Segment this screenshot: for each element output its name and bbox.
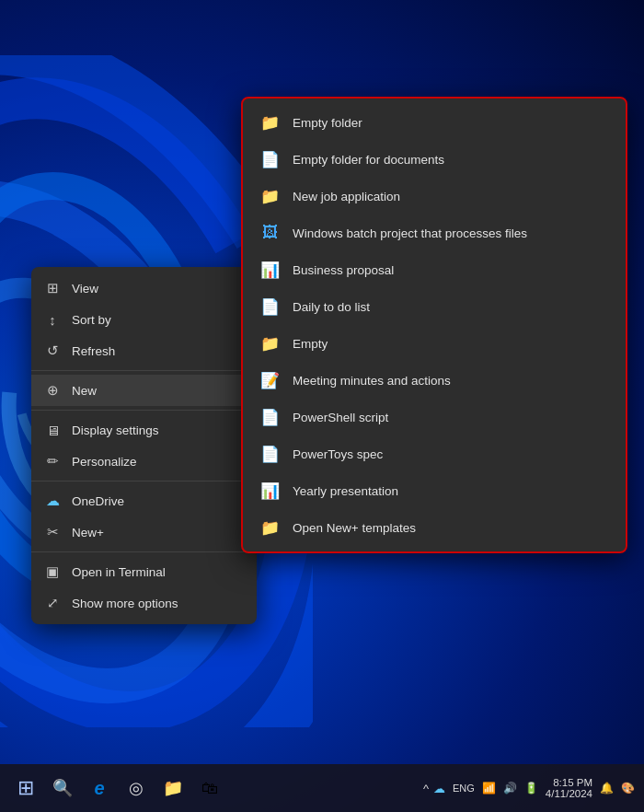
submenu-empty-folder-docs-label: Empty folder for documents [293,153,444,167]
submenu-item-open-newplus-templates[interactable]: 📁 Open New+ templates [243,509,626,546]
submenu-powertoys-label: PowerToys spec [293,447,383,461]
submenu-item-powertoys[interactable]: 📄 PowerToys spec [243,435,626,472]
search-button[interactable]: 🔍 [46,771,79,805]
refresh-icon: ↺ [44,342,61,359]
menu-item-new[interactable]: ⊕ New › [31,375,257,406]
menu-display-label: Display settings [72,423,159,437]
system-clock[interactable]: 8:15 PM 4/11/2024 [546,777,592,799]
meeting-icon: 📝 [259,370,280,390]
explorer-icon: 📁 [163,778,183,798]
submenu-item-powershell[interactable]: 📄 PowerShell script [243,399,626,435]
github-button[interactable]: ◎ [120,771,153,805]
search-icon: 🔍 [52,778,73,798]
submenu-meeting-label: Meeting minutes and actions [293,374,451,388]
edge-button[interactable]: e [83,771,116,805]
view-icon: ⊞ [44,280,61,296]
date-display: 4/11/2024 [546,788,592,799]
submenu-empty-folder-label: Empty folder [293,116,362,130]
menu-view-label: View [72,282,98,296]
submenu-item-daily-todo[interactable]: 📄 Daily to do list [243,288,626,325]
menu-onedrive-label: OneDrive [72,494,124,508]
color-picker-icon[interactable]: 🎨 [621,782,635,795]
separator-4 [31,551,257,552]
submenu-templates-label: Open New+ templates [293,521,416,535]
menu-showmore-label: Show more options [72,597,178,610]
newplus-icon: ✂ [44,524,61,540]
separator-1 [31,370,257,371]
display-icon: 🖥 [44,422,61,438]
new-icon: ⊕ [44,382,61,399]
submenu-empty-label: Empty [293,337,328,351]
submenu-item-new-job-application[interactable]: 📁 New job application [243,178,626,215]
submenu-item-meeting-minutes[interactable]: 📝 Meeting minutes and actions [243,362,626,399]
submenu-item-empty-folder-docs[interactable]: 📄 Empty folder for documents [243,141,626,178]
menu-item-newplus[interactable]: ✂ New+ › [31,516,257,548]
new-submenu: 📁 Empty folder 📄 Empty folder for docume… [241,97,627,553]
job-folder-icon: 📁 [259,186,280,206]
folder-icon: 📁 [259,112,280,133]
store-button[interactable]: 🛍 [193,771,226,805]
submenu-job-label: New job application [293,190,400,203]
start-icon: ⊞ [17,776,34,800]
submenu-todo-label: Daily to do list [293,300,370,314]
menu-item-sort-by[interactable]: ↕ Sort by › [31,304,257,335]
submenu-item-windows-batch[interactable]: 🖼 Windows batch project that processes f… [243,215,626,251]
taskbar-icons: ⊞ 🔍 e ◎ 📁 🛍 [9,771,226,805]
notification-bell-icon[interactable]: 🔔 [600,782,614,795]
menu-personalize-label: Personalize [72,455,137,469]
powershell-icon: 📄 [259,407,280,427]
submenu-item-yearly-presentation[interactable]: 📊 Yearly presentation [243,472,626,509]
menu-terminal-label: Open in Terminal [72,565,166,579]
submenu-yearly-label: Yearly presentation [293,484,398,498]
menu-sortby-label: Sort by [72,313,111,327]
chevron-icon[interactable]: ^ [423,782,429,795]
store-icon: 🛍 [201,779,218,798]
doc-folder-icon: 📄 [259,149,280,169]
explorer-button[interactable]: 📁 [156,771,190,805]
menu-item-view[interactable]: ⊞ View › [31,273,257,304]
submenu-proposal-label: Business proposal [293,263,394,277]
menu-newplus-label: New+ [72,526,104,539]
batch-icon: 🖼 [259,223,280,243]
desktop: ⊞ View › ↕ Sort by › ↺ Refresh ⊕ New › 🖥… [0,0,644,812]
github-icon: ◎ [129,778,144,798]
separator-2 [31,410,257,411]
volume-icon[interactable]: 🔊 [503,782,517,795]
separator-3 [31,481,257,481]
menu-refresh-label: Refresh [72,344,115,358]
menu-new-label: New [72,384,97,398]
cloud-icon[interactable]: ☁ [433,782,445,795]
menu-item-onedrive[interactable]: ☁ OneDrive › [31,485,257,516]
submenu-powershell-label: PowerShell script [293,411,388,424]
empty-icon: 📁 [259,333,280,354]
time-display: 8:15 PM [553,777,592,788]
menu-item-open-terminal[interactable]: ▣ Open in Terminal [31,556,257,587]
sort-icon: ↕ [44,311,61,328]
proposal-icon: 📊 [259,260,280,280]
menu-item-show-more[interactable]: ⤢ Show more options [31,587,257,619]
submenu-item-empty[interactable]: 📁 Empty [243,325,626,362]
context-menu: ⊞ View › ↕ Sort by › ↺ Refresh ⊕ New › 🖥… [31,267,257,624]
menu-item-personalize[interactable]: ✏ Personalize [31,446,257,477]
submenu-item-business-proposal[interactable]: 📊 Business proposal [243,251,626,288]
battery-icon[interactable]: 🔋 [524,782,538,795]
templates-icon: 📁 [259,517,280,538]
presentation-icon: 📊 [259,481,280,501]
onedrive-icon: ☁ [44,493,61,509]
start-button[interactable]: ⊞ [9,771,42,805]
submenu-item-empty-folder[interactable]: 📁 Empty folder [243,104,626,141]
menu-item-display-settings[interactable]: 🖥 Display settings [31,414,257,446]
personalize-icon: ✏ [44,453,61,470]
wifi-icon[interactable]: 📶 [482,782,496,795]
edge-icon: e [94,778,104,799]
submenu-batch-label: Windows batch project that processes fil… [293,226,527,240]
system-icons[interactable]: ^ ☁ [423,782,445,795]
powertoys-icon: 📄 [259,444,280,464]
menu-item-refresh[interactable]: ↺ Refresh [31,335,257,366]
terminal-icon: ▣ [44,563,61,580]
taskbar-system-tray: ^ ☁ ENG 📶 🔊 🔋 8:15 PM 4/11/2024 🔔 🎨 [423,777,635,799]
todo-icon: 📄 [259,296,280,317]
taskbar: ⊞ 🔍 e ◎ 📁 🛍 ^ ☁ ENG 📶 [0,764,644,812]
language-indicator: ENG [453,783,475,794]
show-more-icon: ⤢ [44,595,61,611]
